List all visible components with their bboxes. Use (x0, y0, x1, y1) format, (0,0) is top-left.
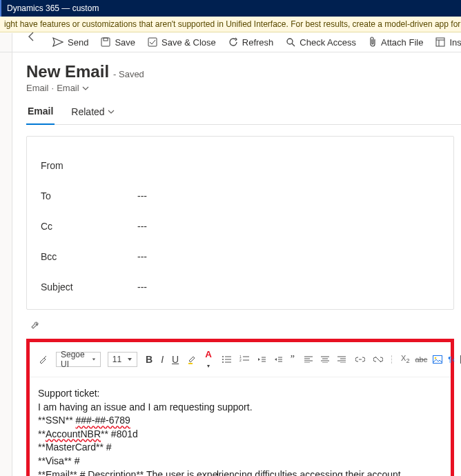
insert-template-button[interactable]: Insert Templat (435, 37, 461, 48)
number-list-button[interactable]: 12 (238, 354, 251, 365)
align-center-icon (321, 356, 329, 363)
left-rail (0, 33, 12, 476)
image-button[interactable] (433, 355, 442, 364)
unlink-button[interactable] (372, 355, 384, 364)
align-right-icon (337, 356, 346, 363)
search-icon (286, 37, 295, 47)
refresh-icon (228, 37, 238, 47)
svg-line-4 (292, 43, 295, 46)
save-button[interactable]: Save (101, 37, 135, 48)
check-access-button[interactable]: Check Access (286, 37, 356, 48)
chevron-down-icon (108, 108, 115, 115)
cc-field[interactable]: --- (137, 221, 147, 232)
italic-button[interactable]: I (159, 353, 165, 366)
unified-interface-notice: ight have features or customizations tha… (0, 17, 461, 32)
svg-point-9 (222, 356, 224, 357)
align-left-icon (304, 356, 313, 363)
outdent-icon (257, 355, 266, 364)
send-button[interactable]: Send (52, 37, 88, 48)
numbered-list-icon: 12 (239, 355, 249, 364)
save-close-button[interactable]: Save & Close (148, 37, 216, 48)
save-status: - Saved (113, 69, 144, 79)
underline-button[interactable]: U (170, 353, 180, 366)
bcc-label: Bcc (41, 251, 137, 262)
svg-point-13 (222, 361, 224, 363)
app-title-bar: Dynamics 365 — custom (0, 0, 461, 17)
to-field[interactable]: --- (137, 190, 147, 201)
attach-file-button[interactable]: Attach File (369, 37, 423, 48)
indent-icon (274, 355, 282, 364)
highlight-button[interactable] (186, 353, 198, 366)
from-label: From (41, 160, 137, 171)
rtl-button[interactable]: ¶‹ (448, 355, 455, 364)
back-button[interactable] (26, 31, 37, 42)
send-icon (52, 37, 63, 47)
wrench-icon[interactable] (30, 321, 40, 330)
save-close-icon (148, 37, 157, 47)
paperclip-icon (369, 37, 377, 48)
svg-line-37 (375, 357, 381, 362)
tab-related[interactable]: Related (70, 106, 115, 124)
svg-rect-5 (436, 38, 444, 46)
svg-rect-1 (104, 38, 108, 41)
editor-collapse-row (26, 319, 454, 332)
caret-down-icon (127, 357, 133, 362)
format-painter-button[interactable] (37, 353, 49, 366)
to-label: To (41, 190, 137, 201)
align-center-button[interactable] (320, 355, 331, 364)
paintbrush-icon (38, 355, 48, 364)
rich-text-editor: Segoe UI 11 B I U A ▾ 12 (26, 339, 454, 476)
svg-rect-0 (101, 38, 110, 46)
image-icon (433, 355, 442, 364)
app-title: Dynamics 365 — custom (7, 3, 99, 13)
bullet-list-button[interactable] (220, 354, 233, 365)
svg-point-39 (435, 357, 437, 359)
link-icon (355, 356, 365, 363)
strike-button[interactable]: abc (415, 355, 428, 364)
font-family-select[interactable]: Segoe UI (56, 352, 101, 367)
link-button[interactable] (354, 355, 366, 364)
align-right-button[interactable] (336, 355, 347, 364)
breadcrumb: Email · Email (26, 83, 461, 93)
template-icon (435, 37, 445, 47)
indent-button[interactable] (273, 354, 284, 365)
svg-rect-2 (148, 38, 157, 46)
save-icon (101, 37, 110, 47)
unlink-icon (373, 356, 383, 363)
font-size-select[interactable]: 11 (108, 352, 137, 367)
command-bar: Send Save Save & Close Refresh Check Acc… (0, 32, 461, 52)
bcc-field[interactable]: --- (137, 251, 147, 262)
highlight-icon (187, 355, 197, 364)
subject-label: Subject (41, 281, 137, 292)
editor-toolbar: Segoe UI 11 B I U A ▾ 12 (30, 342, 451, 377)
tab-bar: Email Related (26, 106, 461, 125)
subject-field[interactable]: --- (137, 281, 147, 292)
editor-body[interactable]: Support ticket: I am having an issue and… (30, 377, 451, 476)
page-title: New Email (26, 62, 109, 81)
svg-rect-38 (433, 356, 442, 364)
bold-button[interactable]: B (144, 353, 154, 366)
outdent-button[interactable] (256, 354, 267, 365)
align-left-button[interactable] (303, 355, 314, 364)
tab-email[interactable]: Email (26, 106, 55, 125)
main-content: New Email - Saved Email · Email Email Re… (0, 52, 461, 476)
chevron-down-icon[interactable] (82, 85, 89, 92)
subscript-button[interactable]: X2 (401, 354, 409, 364)
caret-down-icon (92, 357, 96, 362)
refresh-button[interactable]: Refresh (228, 37, 274, 48)
cc-label: Cc (41, 221, 137, 232)
svg-point-11 (222, 359, 224, 360)
list-icon (222, 355, 231, 364)
quote-button[interactable]: ” (289, 353, 296, 366)
email-header-card: From To --- Cc --- Bcc --- Subject --- (26, 136, 454, 310)
font-color-button[interactable]: A ▾ (204, 348, 213, 371)
svg-text:2: 2 (239, 358, 242, 362)
svg-point-3 (287, 39, 293, 44)
